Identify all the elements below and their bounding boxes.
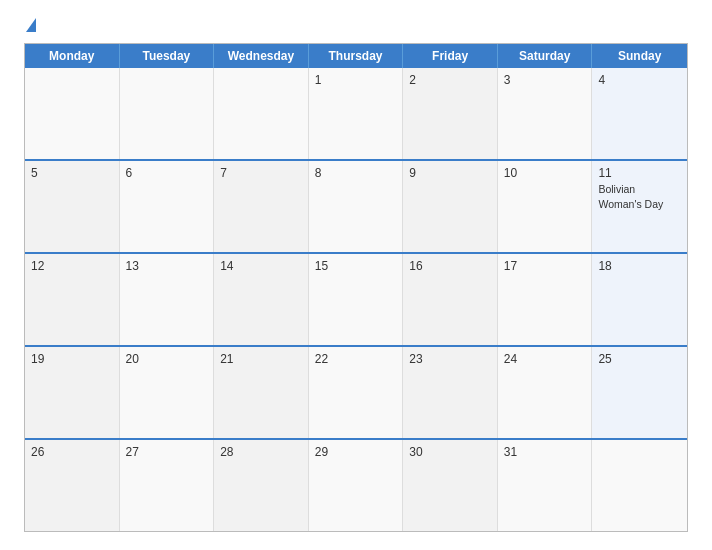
day-number: 13 [126,259,208,273]
day-number: 24 [504,352,586,366]
day-cell-w2-d4: 8 [309,161,404,252]
day-cell-w5-d7 [592,440,687,531]
week-row-3: 12131415161718 [25,252,687,345]
logo [24,18,36,33]
day-cell-w1-d6: 3 [498,68,593,159]
day-number: 23 [409,352,491,366]
calendar-header: Monday Tuesday Wednesday Thursday Friday… [25,44,687,68]
day-cell-w1-d3 [214,68,309,159]
day-number: 11 [598,166,681,180]
header-sunday: Sunday [592,44,687,68]
week-row-2: 567891011Bolivian Woman's Day [25,159,687,252]
day-number: 2 [409,73,491,87]
day-number: 12 [31,259,113,273]
day-cell-w5-d3: 28 [214,440,309,531]
header-monday: Monday [25,44,120,68]
day-number: 19 [31,352,113,366]
day-cell-w1-d7: 4 [592,68,687,159]
day-cell-w3-d6: 17 [498,254,593,345]
day-number: 31 [504,445,586,459]
calendar: Monday Tuesday Wednesday Thursday Friday… [24,43,688,532]
day-number: 28 [220,445,302,459]
day-number: 16 [409,259,491,273]
week-row-5: 262728293031 [25,438,687,531]
day-cell-w3-d7: 18 [592,254,687,345]
header-friday: Friday [403,44,498,68]
day-cell-w4-d6: 24 [498,347,593,438]
day-number: 14 [220,259,302,273]
day-number: 1 [315,73,397,87]
day-cell-w5-d2: 27 [120,440,215,531]
day-cell-w4-d1: 19 [25,347,120,438]
day-cell-w2-d5: 9 [403,161,498,252]
day-cell-w3-d5: 16 [403,254,498,345]
header-wednesday: Wednesday [214,44,309,68]
day-cell-w3-d1: 12 [25,254,120,345]
day-cell-w2-d1: 5 [25,161,120,252]
day-number: 17 [504,259,586,273]
week-row-1: 1234 [25,68,687,159]
header-tuesday: Tuesday [120,44,215,68]
week-row-4: 19202122232425 [25,345,687,438]
day-cell-w2-d6: 10 [498,161,593,252]
day-cell-w4-d3: 21 [214,347,309,438]
day-number: 9 [409,166,491,180]
day-number: 18 [598,259,681,273]
day-number: 3 [504,73,586,87]
day-number: 8 [315,166,397,180]
day-cell-w1-d5: 2 [403,68,498,159]
day-cell-w2-d2: 6 [120,161,215,252]
day-number: 27 [126,445,208,459]
header-thursday: Thursday [309,44,404,68]
day-number: 21 [220,352,302,366]
day-cell-w5-d6: 31 [498,440,593,531]
day-cell-w3-d3: 14 [214,254,309,345]
day-cell-w3-d2: 13 [120,254,215,345]
day-number: 30 [409,445,491,459]
day-cell-w1-d1 [25,68,120,159]
day-number: 6 [126,166,208,180]
calendar-page: Monday Tuesday Wednesday Thursday Friday… [0,0,712,550]
calendar-body: 1234567891011Bolivian Woman's Day1213141… [25,68,687,531]
day-number: 7 [220,166,302,180]
day-number: 25 [598,352,681,366]
day-cell-w5-d1: 26 [25,440,120,531]
day-number: 4 [598,73,681,87]
day-cell-w4-d4: 22 [309,347,404,438]
day-cell-w2-d3: 7 [214,161,309,252]
day-number: 29 [315,445,397,459]
day-number: 26 [31,445,113,459]
day-cell-w1-d2 [120,68,215,159]
day-cell-w4-d2: 20 [120,347,215,438]
day-number: 5 [31,166,113,180]
event-label: Bolivian Woman's Day [598,183,663,210]
day-cell-w5-d4: 29 [309,440,404,531]
logo-triangle-icon [26,18,36,32]
day-cell-w4-d5: 23 [403,347,498,438]
day-cell-w2-d7: 11Bolivian Woman's Day [592,161,687,252]
day-cell-w4-d7: 25 [592,347,687,438]
day-cell-w5-d5: 30 [403,440,498,531]
day-number: 10 [504,166,586,180]
header-saturday: Saturday [498,44,593,68]
day-number: 15 [315,259,397,273]
day-cell-w1-d4: 1 [309,68,404,159]
day-number: 22 [315,352,397,366]
day-number: 20 [126,352,208,366]
page-header [24,18,688,33]
day-cell-w3-d4: 15 [309,254,404,345]
